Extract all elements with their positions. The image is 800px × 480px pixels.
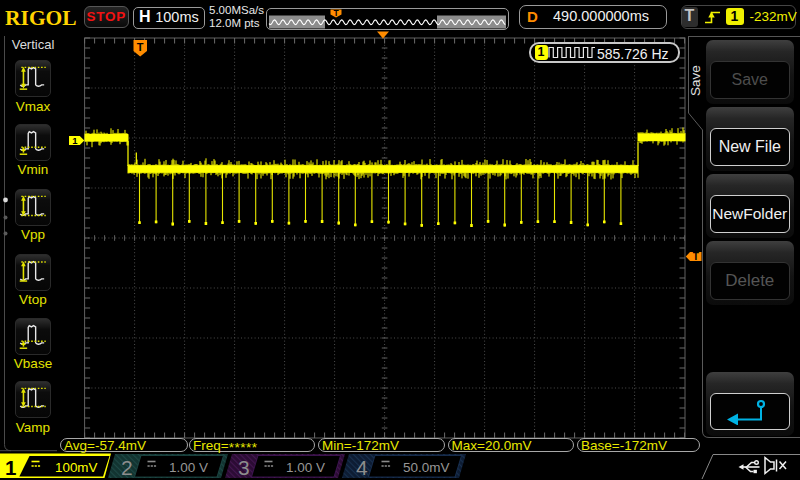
svg-text:100mV: 100mV bbox=[55, 460, 97, 475]
svg-text:1: 1 bbox=[5, 456, 16, 479]
svg-text:1: 1 bbox=[72, 135, 78, 146]
svg-text:1.00 V: 1.00 V bbox=[169, 460, 208, 475]
svg-text:3: 3 bbox=[238, 456, 250, 479]
svg-text:2: 2 bbox=[121, 456, 133, 479]
svg-text:50.0mV: 50.0mV bbox=[403, 460, 450, 475]
svg-text:T: T bbox=[693, 251, 699, 262]
svg-text:1.00 V: 1.00 V bbox=[286, 460, 325, 475]
svg-text:4: 4 bbox=[356, 456, 368, 479]
